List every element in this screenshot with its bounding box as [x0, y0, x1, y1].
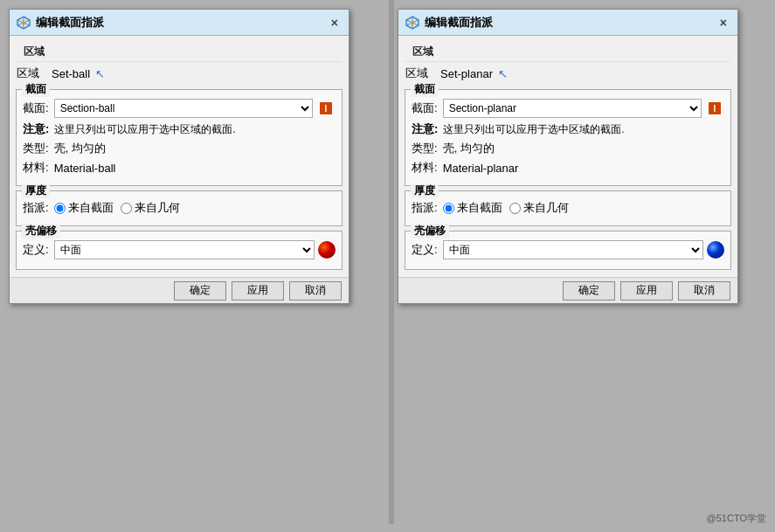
shell-offset-content-left: 定义: 中面 [23, 240, 336, 259]
svg-marker-4 [22, 20, 25, 25]
dialog-left: 编辑截面指派 × 区域 区域 Set-ball ↖ 截面 [9, 9, 349, 304]
shell-offset-label-right: 壳偏移 [411, 224, 449, 238]
region-value-right: Set-planar [440, 67, 493, 80]
radio-group-right: 来自截面 来自几何 [443, 200, 569, 216]
close-button-left[interactable]: × [328, 15, 342, 31]
define-select-wrapper-right: 中面 [443, 240, 724, 259]
ok-button-right[interactable]: 确定 [563, 281, 615, 301]
radio-group-left: 来自截面 来自几何 [54, 200, 180, 216]
shell-offset-section-right: 壳偏移 定义: 中面 [405, 231, 731, 270]
type-value-right: 壳, 均匀的 [443, 141, 495, 156]
radio1-right[interactable]: 来自截面 [443, 200, 502, 216]
thickness-field-row-right: 指派: 来自截面 来自几何 [412, 200, 724, 216]
material-value-right: Material-planar [443, 162, 519, 175]
radio2-input-right[interactable] [509, 203, 521, 214]
thickness-content-left: 指派: 来自截面 来自几何 [23, 200, 336, 216]
ok-button-left[interactable]: 确定 [174, 281, 226, 301]
section-group-label-left: 截面 [22, 82, 50, 97]
title-text-right: 编辑截面指派 [425, 15, 493, 31]
dialog-right: 编辑截面指派 × 区域 区域 Set-planar ↖ 截面 [398, 9, 738, 304]
dialog-icon-left [17, 16, 31, 30]
define-row-left: 定义: 中面 [23, 240, 336, 259]
type-label-left: 类型: [23, 141, 49, 156]
thickness-content-right: 指派: 来自截面 来自几何 [412, 200, 724, 216]
region-section-right: 区域 区域 Set-planar ↖ [405, 41, 730, 85]
color-ball-icon-right[interactable] [707, 241, 724, 259]
note-label-left: 注意: [23, 121, 49, 137]
note-label-right: 注意: [412, 121, 438, 137]
type-row-left: 类型: 壳, 均匀的 [23, 141, 336, 156]
region-field-label-right: 区域 [405, 66, 435, 81]
section-edit-icon-left[interactable]: I [316, 99, 336, 118]
define-select-wrapper-left: 中面 [54, 240, 336, 259]
thickness-field-label-right: 指派: [412, 200, 438, 216]
region-header-left: 区域 [17, 41, 342, 62]
radio1-left[interactable]: 来自截面 [54, 200, 114, 216]
region-field-label-left: 区域 [17, 66, 46, 81]
section-select-right[interactable]: Section-planar [443, 99, 702, 118]
title-bar-left-content: 编辑截面指派 [17, 15, 104, 31]
title-bar-right: 编辑截面指派 × [398, 10, 737, 36]
section-select-wrapper-right: Section-planar I [443, 99, 724, 118]
region-label-left: 区域 [24, 45, 45, 58]
define-select-right[interactable]: 中面 [443, 240, 703, 259]
section-section-left: 截面 截面: Section-ball [16, 89, 343, 186]
radio2-right[interactable]: 来自几何 [509, 200, 569, 216]
note-text-left: 这里只列出可以应用于选中区域的截面. [54, 122, 235, 137]
section-section-right: 截面 截面: Section-planar I [405, 89, 731, 186]
section-field-label-left: 截面: [23, 100, 49, 116]
section-group-label-right: 截面 [411, 82, 439, 97]
thickness-label-left: 厚度 [22, 183, 50, 198]
note-row-right: 注意: 这里只列出可以应用于选中区域的截面. [412, 121, 724, 137]
apply-button-left[interactable]: 应用 [232, 281, 284, 301]
apply-button-right[interactable]: 应用 [620, 281, 673, 301]
title-text-left: 编辑截面指派 [36, 15, 104, 31]
svg-text:I: I [714, 104, 716, 114]
section-field-row-left: 截面: Section-ball I [23, 99, 336, 118]
region-row-right: 区域 Set-planar ↖ [405, 62, 730, 85]
radio2-left[interactable]: 来自几何 [121, 200, 180, 216]
radio1-input-left[interactable] [54, 203, 66, 214]
desktop: 编辑截面指派 × 区域 区域 Set-ball ↖ 截面 [0, 0, 775, 532]
section-select-left[interactable]: Section-ball [54, 99, 313, 118]
shell-offset-label-left: 壳偏移 [22, 224, 60, 238]
type-row-right: 类型: 壳, 均匀的 [412, 141, 724, 156]
section-border-content-right: 截面: Section-planar I [412, 99, 724, 176]
section-field-row-right: 截面: Section-planar I [412, 99, 724, 118]
section-border-content-left: 截面: Section-ball I [23, 99, 336, 176]
radio2-label-right: 来自几何 [523, 200, 569, 216]
radio2-input-left[interactable] [121, 203, 132, 214]
svg-marker-11 [411, 20, 414, 25]
color-ball-icon-left[interactable] [318, 241, 336, 259]
material-row-right: 材料: Material-planar [412, 160, 724, 176]
dialog-icon-right [405, 16, 419, 30]
cursor-icon-left: ↖ [95, 67, 105, 80]
section-field-label-right: 截面: [412, 100, 438, 116]
define-label-left: 定义: [23, 242, 49, 258]
section-edit-icon-right[interactable]: I [705, 99, 724, 118]
shell-offset-section-left: 壳偏移 定义: 中面 [16, 231, 343, 270]
material-label-left: 材料: [23, 160, 49, 176]
svg-text:I: I [325, 104, 328, 114]
thickness-section-left: 厚度 指派: 来自截面 来自几何 [16, 190, 343, 226]
define-select-left[interactable]: 中面 [54, 240, 315, 259]
radio1-label-left: 来自截面 [68, 200, 114, 216]
material-label-right: 材料: [412, 160, 438, 176]
region-label-right: 区域 [412, 45, 433, 58]
cancel-button-left[interactable]: 取消 [289, 281, 342, 301]
cancel-button-right[interactable]: 取消 [678, 281, 730, 301]
title-bar-right-content: 编辑截面指派 [405, 15, 493, 31]
type-value-left: 壳, 均匀的 [54, 141, 106, 156]
radio1-input-right[interactable] [443, 203, 454, 214]
define-label-right: 定义: [412, 242, 438, 258]
material-value-left: Material-ball [54, 162, 116, 175]
define-row-right: 定义: 中面 [412, 240, 724, 259]
region-header-right: 区域 [405, 41, 730, 62]
material-row-left: 材料: Material-ball [23, 160, 336, 176]
radio1-label-right: 来自截面 [457, 200, 502, 216]
note-text-right: 这里只列出可以应用于选中区域的截面. [443, 122, 624, 137]
dialog-body-right: 区域 区域 Set-planar ↖ 截面 截面: Section-pla [398, 41, 737, 270]
close-button-right[interactable]: × [716, 15, 730, 31]
region-row-left: 区域 Set-ball ↖ [17, 62, 342, 85]
dialog-body-left: 区域 区域 Set-ball ↖ 截面 截面: Se [10, 41, 349, 270]
